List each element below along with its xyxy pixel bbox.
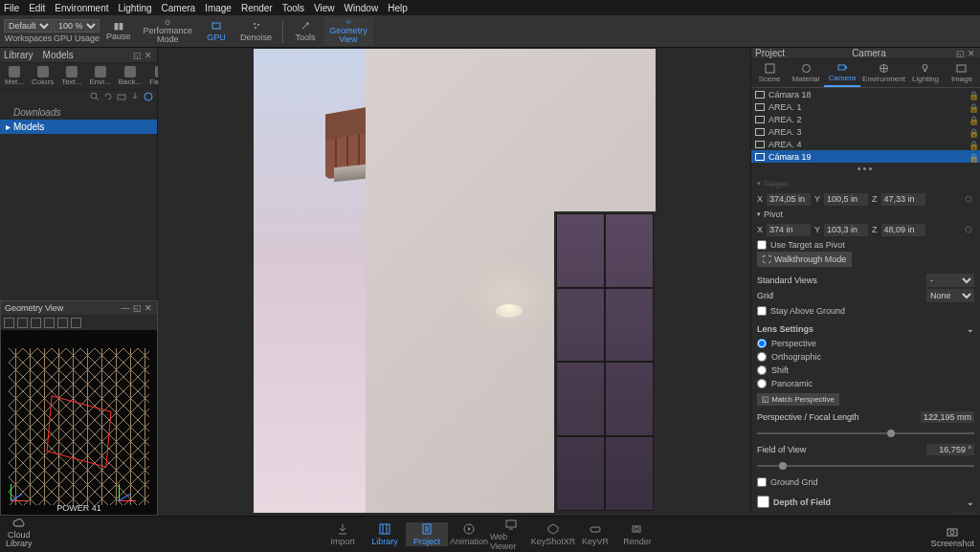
performance-mode-button[interactable]: Performance Mode: [138, 17, 199, 46]
fov-slider[interactable]: [757, 465, 974, 467]
lock-icon[interactable]: 🔒: [969, 128, 976, 136]
camera-item-5[interactable]: Cámara 19🔒: [751, 150, 980, 163]
lock-icon[interactable]: 🔒: [969, 141, 976, 148]
library-tab[interactable]: Library: [4, 50, 33, 60]
gear-icon[interactable]: [963, 224, 974, 235]
viewport[interactable]: [158, 48, 750, 514]
menu-camera[interactable]: Camera: [162, 3, 196, 13]
fov-value[interactable]: 16,759 °: [926, 444, 974, 455]
lens-settings-section[interactable]: Lens Settings⌄: [757, 321, 974, 337]
lock-icon[interactable]: 🔒: [969, 91, 976, 99]
pivot-z[interactable]: [881, 224, 925, 236]
cloud-library-button[interactable]: Cloud Library: [6, 518, 33, 548]
standard-views-select[interactable]: -: [926, 274, 974, 287]
textures-btn[interactable]: Text...: [58, 65, 84, 87]
material-subtab[interactable]: Material: [788, 59, 824, 87]
camera-item-1[interactable]: AREA. 1🔒: [751, 100, 980, 113]
gv-min-icon[interactable]: —: [121, 303, 130, 313]
camera-item-0[interactable]: Cámara 18🔒: [751, 88, 980, 100]
ground-grid-checkbox[interactable]: [757, 477, 767, 487]
use-target-checkbox[interactable]: [757, 240, 767, 250]
orthographic-radio[interactable]: [757, 352, 767, 362]
gv-camera-icon[interactable]: [57, 318, 68, 328]
project-tab[interactable]: Project: [755, 48, 785, 58]
pivot-x[interactable]: [767, 224, 811, 236]
refresh-icon[interactable]: [103, 92, 113, 101]
gv-move-icon[interactable]: [17, 318, 28, 328]
panel-close-icon[interactable]: ✕: [144, 51, 153, 60]
lock-icon[interactable]: 🔒: [969, 153, 976, 161]
geometry-view-button[interactable]: Geometry View: [323, 17, 373, 46]
materials-btn[interactable]: Met...: [2, 65, 27, 87]
import-lib-icon[interactable]: [130, 92, 140, 101]
models-tree-item[interactable]: ▸Models: [0, 120, 157, 134]
backplates-btn[interactable]: Back...: [116, 65, 145, 87]
gv-settings-icon[interactable]: [4, 318, 14, 328]
menu-environment[interactable]: Environment: [55, 3, 108, 13]
keyshotxr-button[interactable]: KeyShotXR: [532, 522, 574, 546]
target-x[interactable]: [767, 193, 811, 206]
lighting-subtab[interactable]: Lighting: [907, 59, 944, 87]
target-y[interactable]: [824, 193, 868, 206]
focal-length-value[interactable]: 122,195 mm: [921, 411, 974, 423]
render-button[interactable]: Render: [616, 522, 658, 546]
dof-checkbox[interactable]: [757, 496, 769, 508]
shift-radio[interactable]: [757, 365, 767, 375]
zoom-select[interactable]: 100 %: [54, 19, 100, 33]
keyvr-button[interactable]: KeyVR: [574, 522, 616, 546]
camera-item-3[interactable]: AREA. 3🔒: [751, 125, 980, 138]
models-tab[interactable]: Models: [43, 50, 74, 60]
menu-render[interactable]: Render: [241, 3, 273, 13]
gv-undock-icon[interactable]: ◱: [132, 303, 142, 313]
web-icon[interactable]: [144, 92, 153, 101]
project-undock-icon[interactable]: ◱: [955, 49, 965, 58]
colors-btn[interactable]: Colors: [29, 65, 56, 87]
downloads-tree-item[interactable]: Downloads: [0, 105, 157, 120]
target-section[interactable]: ▾Target: [757, 176, 974, 191]
menu-edit[interactable]: Edit: [29, 3, 45, 13]
image-subtab[interactable]: Image: [944, 59, 980, 87]
menu-view[interactable]: View: [314, 3, 335, 13]
grid-select[interactable]: None: [926, 289, 974, 302]
stay-above-checkbox[interactable]: [757, 306, 767, 316]
pivot-section[interactable]: ▾Pivot: [757, 207, 974, 222]
camera-item-2[interactable]: AREA. 2🔒: [751, 113, 980, 125]
tools-button[interactable]: Tools: [288, 17, 323, 46]
animation-button[interactable]: Animation: [448, 522, 490, 546]
environment-subtab[interactable]: Environment: [860, 59, 907, 87]
menu-lighting[interactable]: Lighting: [119, 3, 152, 13]
camera-list-resize[interactable]: •••: [751, 163, 980, 174]
denoise-button[interactable]: Denoise: [234, 17, 278, 46]
target-z[interactable]: [881, 193, 925, 206]
lock-icon[interactable]: 🔒: [969, 103, 976, 111]
dof-section[interactable]: Depth of Field⌄: [757, 493, 974, 511]
camera-subtab[interactable]: Camera: [824, 59, 860, 87]
scene-subtab[interactable]: Scene: [751, 59, 788, 87]
walkthrough-button[interactable]: ⛶ Walkthrough Mode: [757, 252, 852, 267]
camera-item-4[interactable]: AREA. 4🔒: [751, 138, 980, 150]
folder-icon[interactable]: [117, 92, 126, 101]
panel-undock-icon[interactable]: ◱: [132, 51, 142, 60]
gear-icon[interactable]: [963, 193, 974, 205]
library-nav-button[interactable]: Library: [364, 522, 406, 546]
menu-help[interactable]: Help: [388, 3, 408, 13]
import-button[interactable]: Import: [322, 522, 364, 546]
menu-file[interactable]: File: [4, 3, 19, 13]
gv-grid-icon[interactable]: [44, 318, 55, 328]
project-nav-button[interactable]: Project: [406, 522, 448, 546]
screenshot-button[interactable]: Screenshot: [930, 525, 974, 548]
geometry-viewport[interactable]: POWER 41: [1, 330, 157, 515]
gpu-button[interactable]: GPU: [199, 17, 234, 46]
gv-cube-icon[interactable]: [31, 318, 41, 328]
perspective-radio[interactable]: [757, 339, 767, 348]
environments-btn[interactable]: Envi...: [86, 65, 113, 87]
lock-icon[interactable]: 🔒: [969, 116, 976, 123]
focal-length-slider[interactable]: [757, 432, 974, 434]
pivot-y[interactable]: [824, 224, 868, 236]
camera-tab[interactable]: Camera: [852, 48, 886, 58]
workspace-select[interactable]: Default: [4, 19, 53, 33]
menu-tools[interactable]: Tools: [282, 3, 304, 13]
pause-button[interactable]: ▮▮Pause: [100, 17, 137, 46]
project-close-icon[interactable]: ✕: [967, 49, 976, 58]
match-perspective-button[interactable]: ◱ Match Perspective: [757, 393, 839, 406]
